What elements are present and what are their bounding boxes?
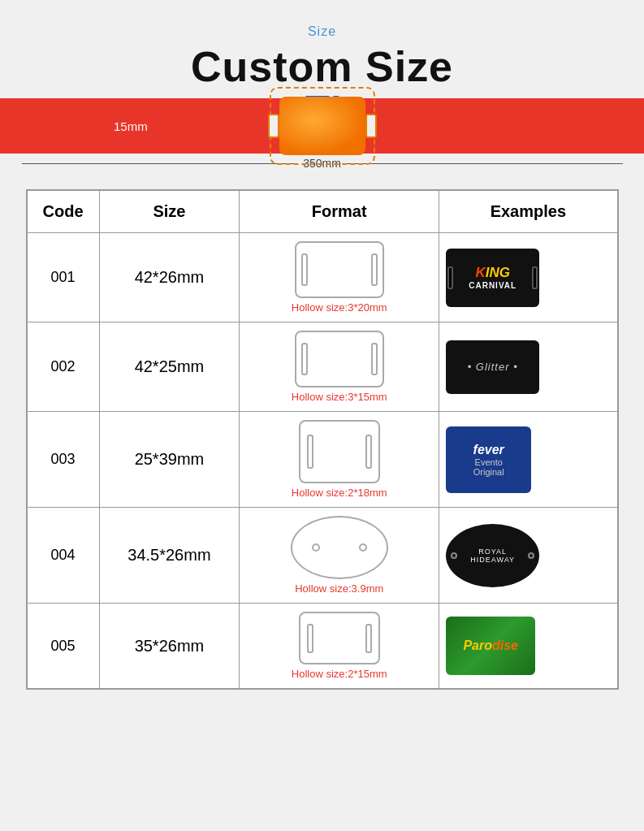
table-row: 00142*26mm Hollow size:3*20mm KING CARNI… (27, 233, 617, 322)
format-cell-005: Hollow size:2*15mm (240, 604, 439, 689)
format-shape-003: Hollow size:2*18mm (246, 420, 432, 499)
example-cell-001: KING CARNIVAL (439, 233, 617, 322)
example-slot-right (532, 266, 538, 289)
paradise-text: Parodise (463, 638, 518, 653)
format-cell-002: Hollow size:3*15mm (240, 322, 439, 412)
format-dot-right (359, 543, 367, 552)
royal-text: ROYALHIDEAWAY (470, 548, 515, 564)
format-cell-001: Hollow size:3*20mm (240, 233, 439, 322)
format-dot-left (312, 543, 320, 552)
code-cell-001: 001 (27, 233, 99, 322)
size-cell-004: 34.5*26mm (99, 508, 240, 604)
fever-sub1: Evento (475, 457, 503, 467)
dimension-line-right (346, 163, 623, 164)
example-carnival: KING CARNIVAL (446, 249, 539, 307)
size-cell-003: 25*39mm (99, 412, 240, 508)
size-cell-002: 42*25mm (99, 322, 240, 412)
clip-illustration (270, 87, 375, 165)
format-slot-left (307, 624, 313, 653)
example-cell-002: • Glitter • (439, 322, 617, 412)
size-label: Size (308, 24, 336, 39)
fever-title: fever (473, 443, 504, 457)
format-rect-tall (299, 420, 380, 483)
code-cell-002: 002 (27, 322, 99, 412)
format-oval (291, 516, 388, 579)
format-slot-left (307, 435, 313, 469)
hollow-size-label: Hollow size:3*20mm (292, 301, 387, 314)
format-shape-001: Hollow size:3*20mm (246, 241, 432, 314)
format-rect (295, 241, 384, 298)
table-header-row: Code Size Format Examples (27, 191, 617, 233)
format-slot-left (301, 343, 308, 375)
table-row: 00434.5*26mm Hollow size:3.9mm ROYALHIDE… (27, 508, 617, 604)
example-slot-left (447, 266, 453, 289)
col-header-format: Format (240, 191, 439, 233)
size-cell-001: 42*26mm (99, 233, 240, 322)
format-cell-003: Hollow size:2*18mm (240, 412, 439, 508)
height-label: 15mm (114, 119, 148, 133)
page-container: Size Custom Size 15mm 350mm (0, 16, 644, 690)
format-slot-right (371, 343, 378, 375)
hollow-size-label: Hollow size:2*15mm (292, 668, 387, 680)
dimension-line-left (22, 163, 299, 164)
spec-table-container: Code Size Format Examples 00142*26mm Hol… (26, 189, 619, 690)
format-slot-right (365, 435, 372, 469)
table-row: 00535*26mm Hollow size:2*15mm Parodise (27, 604, 617, 689)
code-cell-003: 003 (27, 412, 99, 508)
format-slot-left (301, 253, 308, 286)
hollow-size-label: Hollow size:3.9mm (295, 582, 383, 595)
clip-slot-right (365, 114, 377, 138)
example-glitter: • Glitter • (446, 340, 539, 394)
size-cell-005: 35*26mm (99, 604, 240, 689)
format-cell-004: Hollow size:3.9mm (240, 508, 439, 604)
example-fever: fever Evento Original (446, 426, 531, 493)
table-row: 00242*25mm Hollow size:3*15mm • Glitter … (27, 322, 617, 412)
format-rect-sm (299, 612, 380, 664)
band-illustration: 15mm 350mm (0, 98, 644, 170)
format-slot-right (371, 253, 378, 286)
format-shape-004: Hollow size:3.9mm (246, 516, 432, 595)
page-title: Custom Size (191, 42, 453, 91)
hollow-size-label: Hollow size:2*18mm (292, 487, 387, 499)
format-shape-005: Hollow size:2*15mm (246, 612, 432, 680)
code-cell-005: 005 (27, 604, 99, 689)
code-cell-004: 004 (27, 508, 99, 604)
example-cell-003: fever Evento Original (439, 412, 617, 508)
royal-dot-right (528, 552, 534, 559)
red-band: 15mm (0, 98, 644, 154)
spec-table: Code Size Format Examples 00142*26mm Hol… (27, 190, 618, 689)
carnival-king-text: KING (469, 265, 516, 281)
glitter-text: • Glitter • (468, 361, 518, 373)
royal-dot-left (451, 552, 457, 559)
clip-inner-block (279, 97, 365, 155)
fever-sub2: Original (473, 467, 504, 477)
table-row: 00325*39mm Hollow size:2*18mm fever Even… (27, 412, 617, 508)
hollow-size-label: Hollow size:3*15mm (292, 391, 387, 403)
format-rect (295, 331, 384, 387)
example-paradise: Parodise (446, 617, 535, 675)
col-header-code: Code (27, 191, 99, 233)
col-header-size: Size (99, 191, 240, 233)
example-cell-004: ROYALHIDEAWAY (439, 508, 617, 604)
example-text: KING CARNIVAL (469, 265, 516, 290)
col-header-examples: Examples (439, 191, 617, 233)
carnival-name-text: CARNIVAL (469, 281, 516, 290)
table-body: 00142*26mm Hollow size:3*20mm KING CARNI… (27, 233, 617, 689)
example-royal: ROYALHIDEAWAY (446, 524, 539, 587)
clip-slot-left (268, 114, 279, 138)
format-slot-right (365, 624, 372, 653)
example-cell-005: Parodise (439, 604, 617, 689)
format-shape-002: Hollow size:3*15mm (246, 331, 432, 403)
